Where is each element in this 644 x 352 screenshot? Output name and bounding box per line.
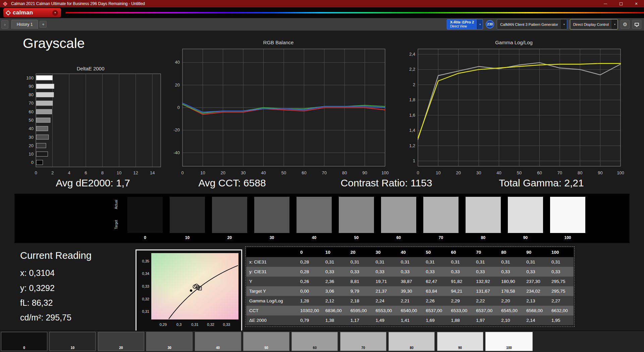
tab-history-label: History 1 — [17, 22, 33, 27]
y-tick-label: 40 — [175, 60, 180, 65]
grayscale-swatch-row: 0102030405060708090100 — [127, 197, 585, 240]
pattern-button-70[interactable]: 70 — [340, 332, 386, 351]
cell: 2,29 — [448, 296, 473, 306]
cell: 1,95 — [548, 315, 574, 325]
current-reading-x: x: 0,3104 — [20, 268, 55, 278]
x-tick-label: 90 — [362, 170, 367, 175]
calman-menu-button[interactable]: calman ▼ — [3, 8, 61, 17]
grayscale-swatch-label-0: 0 — [144, 235, 146, 240]
grayscale-swatch-50 — [339, 197, 374, 233]
x-tick-label: 10 — [117, 170, 121, 175]
y-tick-label: 40 — [29, 126, 34, 131]
cell: 0,33 — [398, 267, 423, 277]
row-label: x: CIE31 — [246, 257, 297, 267]
maximize-button[interactable] — [613, 0, 629, 7]
toolbar: › History 1 + X-Rite i1Pro 2 Direct View… — [0, 18, 644, 31]
x-tick-label: 70 — [322, 170, 327, 175]
pattern-button-40[interactable]: 40 — [195, 332, 241, 351]
table-body: x: CIE310,280,310,310,310,310,310,310,31… — [246, 257, 574, 325]
pattern-button-label-70: 70 — [361, 346, 365, 350]
y-tick-label: 50 — [29, 118, 34, 123]
cell: 6632,00 — [548, 306, 574, 315]
x-tick-label: 12 — [133, 170, 138, 175]
x-tick-label: 80 — [342, 170, 347, 175]
tab-history-1[interactable]: History 1 — [11, 20, 38, 29]
current-reading-title: Current Reading — [20, 250, 92, 261]
meter-select-button[interactable]: X-Rite i1Pro 2 Direct View ▼ — [447, 19, 483, 30]
grayscale-swatch-label-50: 50 — [354, 235, 359, 240]
x-tick-label: 60 — [537, 170, 542, 175]
y-tick-label: 2 — [413, 82, 415, 87]
pattern-button-label-60: 60 — [313, 346, 317, 350]
meter-dropdown-caret[interactable]: ▼ — [477, 19, 483, 29]
panel-toggle-button[interactable]: › — [1, 20, 8, 29]
cell: 132,92 — [473, 277, 498, 286]
settings-button[interactable]: ⚙ — [621, 20, 630, 29]
cell: 0,31 — [347, 257, 373, 267]
pattern-button-0[interactable]: 0 — [1, 332, 47, 351]
cell: 0,31 — [373, 257, 398, 267]
pattern-button-80[interactable]: 80 — [388, 332, 435, 351]
pattern-button-100[interactable]: 100 — [485, 332, 533, 351]
pattern-button-30[interactable]: 30 — [146, 332, 193, 351]
rgb-chart-title: RGB Balance — [168, 40, 389, 46]
current-reading-y: y: 0,3292 — [20, 283, 55, 293]
pattern-button-20[interactable]: 20 — [98, 332, 144, 351]
display-control-label: Direct Display Control — [570, 19, 612, 29]
cie-y-tick-label: 0,31 — [142, 309, 149, 313]
grayscale-swatch-30 — [254, 197, 289, 233]
close-button[interactable]: × — [629, 0, 644, 7]
column-header: 70 — [473, 247, 498, 257]
table-row-4: Gamma Log/Log1,282,122,182,242,212,262,2… — [246, 296, 574, 306]
column-header: 30 — [373, 247, 398, 257]
minimize-icon — [604, 4, 607, 4]
cell: 9,79 — [347, 286, 373, 296]
y-tick-label: 100 — [26, 75, 34, 80]
cell: 3,06 — [322, 286, 347, 296]
add-tab-button[interactable]: + — [40, 21, 47, 28]
cell: 6836,00 — [322, 306, 347, 315]
pattern-button-50[interactable]: 50 — [243, 332, 289, 351]
pattern-button-60[interactable]: 60 — [291, 332, 338, 351]
cell: 0,31 — [448, 257, 473, 267]
grayscale-swatch-cell-0: 0 — [127, 197, 163, 240]
cell: 62,47 — [423, 277, 448, 286]
display-control-button[interactable]: Direct Display Control ▼ — [570, 19, 618, 30]
chevron-down-icon: ▼ — [479, 23, 481, 25]
cie-y-tick-label: 0,35 — [142, 259, 149, 263]
x-tick-label: 30 — [476, 170, 481, 175]
pattern-button-90[interactable]: 90 — [437, 332, 483, 351]
x-tick-label: 100 — [381, 170, 389, 175]
x-tick-label: 30 — [241, 170, 246, 175]
x-tick-label: 50 — [517, 170, 522, 175]
grayscale-swatch-cell-10: 10 — [170, 197, 205, 240]
grayscale-swatch-label-90: 90 — [523, 235, 528, 240]
cell: 295,75 — [548, 277, 574, 286]
y-tick-label: 20 — [29, 143, 34, 148]
cell: 0,31 — [398, 257, 423, 267]
cell: 63,84 — [423, 286, 448, 296]
cell: 0,28 — [297, 257, 322, 267]
cell: 6553,00 — [373, 306, 398, 315]
cell: 0,33 — [347, 267, 373, 277]
y-tick-label: 1,2 — [409, 143, 415, 148]
grayscale-swatch-cell-70: 70 — [423, 197, 459, 240]
pattern-button-10[interactable]: 10 — [49, 332, 96, 351]
y-tick-label: -40 — [173, 150, 180, 155]
pattern-generator-caret[interactable]: ▼ — [561, 19, 567, 29]
grayscale-data-table: 0102030405060708090100 x: CIE310,280,310… — [245, 246, 575, 327]
display-settings-button[interactable] — [632, 20, 641, 29]
pattern-button-label-0: 0 — [23, 346, 25, 350]
cell: 2,13 — [523, 296, 548, 306]
grayscale-swatch-label-40: 40 — [312, 235, 316, 240]
cell: 237,30 — [523, 277, 548, 286]
minimize-button[interactable] — [598, 0, 613, 7]
column-header: 10 — [322, 247, 347, 257]
x-tick-label: 6 — [85, 170, 87, 175]
pattern-generator-button[interactable]: CalMAN Client 3 Pattern Generator ▼ — [497, 19, 567, 30]
logo-bar: calman ▼ — [0, 7, 644, 18]
cell: 0,33 — [523, 267, 548, 277]
display-control-caret[interactable]: ▼ — [612, 19, 618, 29]
x-tick-label: 4 — [68, 170, 70, 175]
cell: 0,33 — [473, 267, 498, 277]
